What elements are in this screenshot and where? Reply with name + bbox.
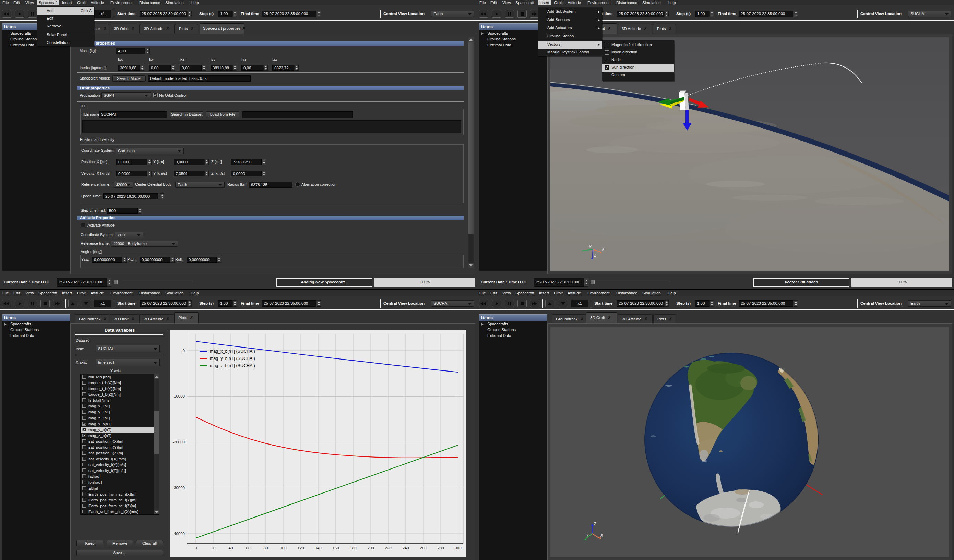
svg-text:mag_x_b[nT] (SUCHAI): mag_x_b[nT] (SUCHAI) (210, 349, 255, 354)
svg-text:240: 240 (402, 546, 409, 550)
svg-text:-10000: -10000 (173, 394, 185, 398)
svg-text:mag_y_b[nT] (SUCHAI): mag_y_b[nT] (SUCHAI) (210, 356, 255, 361)
svg-text:40: 40 (229, 546, 233, 550)
svg-text:Z: Z (593, 522, 596, 526)
svg-text:Y: Y (589, 245, 592, 249)
svg-text:140: 140 (315, 546, 321, 550)
svg-text:0: 0 (183, 348, 185, 353)
svg-text:220: 220 (385, 546, 391, 550)
svg-text:-20000: -20000 (173, 440, 185, 444)
svg-text:0: 0 (195, 546, 197, 550)
svg-text:mag_z_b[nT] (SUCHAI): mag_z_b[nT] (SUCHAI) (210, 363, 255, 368)
svg-text:260: 260 (420, 546, 426, 550)
svg-text:120: 120 (297, 546, 304, 550)
svg-text:160: 160 (332, 546, 339, 550)
svg-text:X: X (600, 533, 603, 538)
svg-text:80: 80 (264, 546, 268, 550)
svg-text:60: 60 (246, 546, 251, 550)
svg-text:280: 280 (437, 546, 444, 550)
svg-text:-40000: -40000 (173, 532, 185, 536)
svg-text:Y: Y (586, 533, 589, 538)
svg-text:X: X (602, 247, 605, 251)
svg-text:200: 200 (367, 546, 374, 550)
svg-text:Z: Z (594, 253, 597, 257)
svg-text:20: 20 (211, 546, 216, 550)
svg-text:300: 300 (455, 546, 461, 550)
svg-text:100: 100 (280, 546, 286, 550)
svg-text:180: 180 (350, 546, 356, 550)
svg-text:-30000: -30000 (173, 485, 185, 490)
